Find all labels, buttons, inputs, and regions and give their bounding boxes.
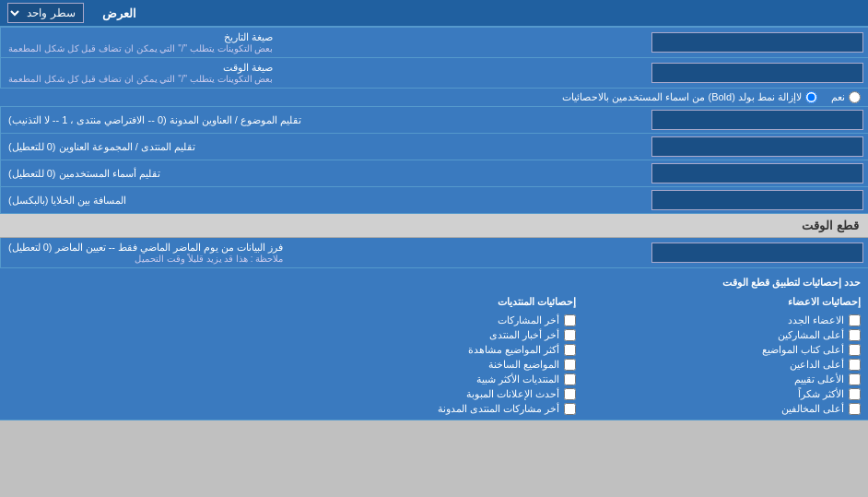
date-format-row: d-m صيغة التاريخ بعض التكوينات يتطلب "/"… — [0, 28, 868, 58]
stats-members-item-2: أعلى المشاركين — [576, 329, 861, 341]
stats-forums-item-2: أخر أخبار المنتدى — [292, 329, 577, 341]
stats-members-col: إحصائيات الاعضاء الاعضاء الجدد أعلى المش… — [576, 292, 861, 415]
time-cut-label: فرز البيانات من يوم الماضر الماضي فقط --… — [0, 238, 647, 267]
stats-members-cb-5[interactable] — [849, 373, 861, 385]
date-format-input[interactable]: d-m — [651, 32, 863, 53]
stats-members-cb-2[interactable] — [849, 329, 861, 341]
bold-no-label[interactable]: لا — [796, 91, 817, 103]
forum-group-input[interactable]: 33 — [651, 136, 863, 157]
stats-members-item-1: الاعضاء الجدد — [576, 314, 861, 326]
stats-members-col-title: إحصائيات الاعضاء — [576, 292, 861, 312]
time-cut-section-header: قطع الوقت — [0, 214, 868, 238]
stats-columns: إحصائيات الاعضاء الاعضاء الجدد أعلى المش… — [7, 292, 861, 415]
stats-members-cb-3[interactable] — [849, 344, 861, 356]
stats-forums-item-4: المواضيع الساخنة — [292, 359, 577, 371]
forum-topics-row: 33 تقليم الموضوع / العناوين المدونة (0 -… — [0, 107, 868, 134]
stats-forums-cb-4[interactable] — [564, 359, 576, 371]
cell-space-input-cell: 2 — [647, 187, 868, 213]
forum-group-row: 33 تقليم المنتدى / المجموعة العناوين (0 … — [0, 134, 868, 160]
stats-members-item-3: أعلى كتاب المواضيع — [576, 344, 861, 356]
time-format-input-cell: H:i — [647, 58, 868, 88]
time-cut-input[interactable]: 0 — [651, 243, 863, 263]
bold-label: إزالة نمط بولد (Bold) من اسماء المستخدمي… — [7, 91, 796, 103]
stats-forums-cb-5[interactable] — [564, 373, 576, 385]
forum-topics-input[interactable]: 33 — [651, 110, 863, 130]
stats-forums-col: إحصائيات المنتديات أخر المشاركات أخر أخب… — [292, 292, 577, 415]
bold-yes-radio[interactable] — [849, 91, 861, 103]
stats-members-item-4: أعلى الداعين — [576, 359, 861, 371]
stats-members-cb-1[interactable] — [849, 314, 861, 326]
usernames-row: 0 تقليم أسماء المستخدمين (0 للتعطيل) — [0, 160, 868, 187]
stats-forums-item-6: أحدث الإعلانات المبوبة — [292, 388, 577, 400]
stats-members-cb-4[interactable] — [849, 359, 861, 371]
usernames-input[interactable]: 0 — [651, 163, 863, 183]
stats-forums-item-5: المنتديات الأكثر شبية — [292, 373, 577, 385]
stats-members-item-5: الأعلى تقييم — [576, 373, 861, 385]
date-format-label: صيغة التاريخ بعض التكوينات يتطلب "/" الت… — [0, 28, 647, 57]
time-cut-input-cell: 0 — [647, 238, 868, 267]
bold-yes-label[interactable]: نعم — [831, 91, 861, 103]
page-title: العرض — [102, 6, 136, 20]
usernames-input-cell: 0 — [647, 160, 868, 186]
stats-members-cb-7[interactable] — [849, 403, 861, 415]
time-cut-row: 0 فرز البيانات من يوم الماضر الماضي فقط … — [0, 238, 868, 268]
cell-space-input[interactable]: 2 — [651, 190, 863, 210]
forum-group-label: تقليم المنتدى / المجموعة العناوين (0 للت… — [0, 134, 647, 160]
stats-forums-item-7: أخر مشاركات المنتدى المدونة — [292, 403, 577, 415]
display-dropdown[interactable]: سطر واحد سطرين ثلاثة أسطر — [7, 3, 84, 23]
stats-forums-cb-6[interactable] — [564, 388, 576, 400]
time-format-label: صيغة الوقت بعض التكوينات يتطلب "/" التي … — [0, 58, 647, 88]
stats-forums-cb-1[interactable] — [564, 314, 576, 326]
stats-forums-cb-3[interactable] — [564, 344, 576, 356]
stats-forums-cb-7[interactable] — [564, 403, 576, 415]
stats-members-item-6: الأكثر شكراً — [576, 388, 861, 400]
usernames-label: تقليم أسماء المستخدمين (0 للتعطيل) — [0, 160, 647, 186]
bold-no-radio[interactable] — [805, 91, 817, 103]
date-format-input-cell: d-m — [647, 28, 868, 57]
bold-row: نعم لا إزالة نمط بولد (Bold) من اسماء ال… — [0, 89, 868, 107]
forum-group-input-cell: 33 — [647, 134, 868, 160]
header-row: العرض سطر واحد سطرين ثلاثة أسطر — [0, 0, 868, 28]
cell-space-row: 2 المسافة بين الخلايا (بالبكسل) — [0, 187, 868, 214]
time-format-row: H:i صيغة الوقت بعض التكوينات يتطلب "/" ا… — [0, 58, 868, 89]
stats-section-title: حدد إحصائيات لتطبيق قطع الوقت — [7, 273, 861, 292]
bold-radio-group: نعم لا — [796, 91, 861, 103]
time-format-input[interactable]: H:i — [651, 63, 863, 83]
cell-space-label: المسافة بين الخلايا (بالبكسل) — [0, 187, 647, 213]
stats-forums-cb-2[interactable] — [564, 329, 576, 341]
main-container: العرض سطر واحد سطرين ثلاثة أسطر d-m صيغة… — [0, 0, 868, 420]
stats-forums-col-title: إحصائيات المنتديات — [292, 292, 577, 312]
stats-members-item-7: أعلى المخالفين — [576, 403, 861, 415]
stats-section: حدد إحصائيات لتطبيق قطع الوقت إحصائيات ا… — [0, 268, 868, 420]
stats-forums-item-1: أخر المشاركات — [292, 314, 577, 326]
stats-label-col — [7, 292, 292, 415]
forum-topics-input-cell: 33 — [647, 107, 868, 133]
stats-forums-item-3: أكثر المواضيع مشاهدة — [292, 344, 577, 356]
stats-members-cb-6[interactable] — [849, 388, 861, 400]
forum-topics-label: تقليم الموضوع / العناوين المدونة (0 -- ا… — [0, 107, 647, 133]
